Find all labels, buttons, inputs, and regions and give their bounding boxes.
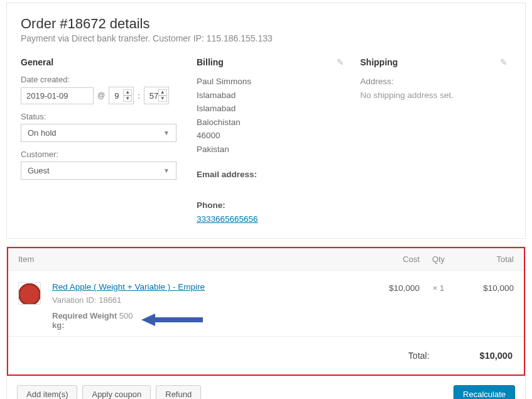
items-panel: Item Cost Qty Total Red Apple ( Weight +… (6, 246, 526, 399)
hour-input[interactable]: 9 ▲▼ (109, 87, 134, 104)
billing-city1: Islamabad (197, 89, 348, 102)
col-cost: Cost (363, 254, 420, 264)
shipping-address-empty: No shipping address set. (361, 89, 512, 102)
edit-shipping-icon[interactable]: ✎ (500, 57, 508, 67)
at-symbol: @ (97, 91, 105, 100)
billing-state: Balochistan (197, 116, 348, 129)
order-title: Order #18672 details (21, 16, 511, 32)
spinner-up-icon[interactable]: ▲ (123, 89, 132, 96)
customer-value: Guest (28, 166, 50, 175)
variation-id: Variation ID: 18661 (52, 295, 363, 305)
annotation-arrow-icon (141, 312, 204, 330)
general-heading: General (21, 57, 184, 67)
spinner-down-icon[interactable]: ▼ (158, 96, 167, 102)
billing-column: ✎ Billing Paul Simmons Islamabad Islamab… (197, 57, 348, 226)
shipping-heading: Shipping (361, 57, 512, 67)
status-select[interactable]: On hold ▼ (21, 124, 176, 142)
spinner-down-icon[interactable]: ▼ (123, 96, 132, 102)
product-link[interactable]: Red Apple ( Weight + Variable ) - Empire (52, 282, 205, 292)
chevron-down-icon: ▼ (163, 129, 170, 136)
minute-input[interactable]: 57 ▲▼ (144, 87, 169, 104)
recalculate-button[interactable]: Recalculate (453, 385, 515, 399)
item-total: $10,000 (457, 282, 514, 293)
order-details-panel: Order #18672 details Payment via Direct … (6, 3, 526, 239)
required-weight-value: 500 (119, 311, 133, 320)
product-thumbnail (18, 282, 41, 305)
required-weight-label: Required Weight (52, 311, 117, 320)
billing-city2: Islamabad (197, 102, 348, 116)
billing-name: Paul Simmons (197, 75, 348, 89)
svg-marker-1 (141, 314, 155, 326)
add-items-button[interactable]: Add item(s) (17, 385, 77, 399)
highlight-box: Item Cost Qty Total Red Apple ( Weight +… (7, 247, 525, 376)
phone-link[interactable]: 3333665665656 (197, 214, 258, 224)
order-total-row: Total: $10,000 (8, 336, 524, 374)
billing-postcode: 46000 (197, 129, 348, 143)
edit-billing-icon[interactable]: ✎ (337, 57, 344, 67)
spinner-up-icon[interactable]: ▲ (158, 89, 167, 96)
order-subtitle: Payment via Direct bank transfer. Custom… (21, 33, 511, 43)
apply-coupon-button[interactable]: Apply coupon (82, 385, 151, 399)
items-table-head: Item Cost Qty Total (8, 248, 524, 270)
items-footer: Add item(s) Apply coupon Refund Recalcul… (7, 376, 525, 399)
time-colon: : (138, 91, 140, 101)
required-weight-unit: kg: (52, 320, 133, 330)
chevron-down-icon: ▼ (163, 167, 170, 174)
shipping-column: ✎ Shipping Address: No shipping address … (361, 57, 512, 226)
col-qty: Qty (420, 254, 457, 264)
date-created-label: Date created: (21, 75, 184, 84)
item-qty: × 1 (420, 282, 457, 293)
total-label: Total: (408, 351, 429, 361)
status-label: Status: (21, 112, 184, 121)
general-column: General Date created: @ 9 ▲▼ : 57 ▲▼ Sta… (21, 57, 184, 226)
refund-button[interactable]: Refund (156, 385, 201, 399)
col-item: Item (18, 254, 363, 264)
total-value: $10,000 (480, 351, 513, 361)
status-value: On hold (28, 128, 57, 138)
col-total: Total (457, 254, 514, 264)
billing-heading: Billing (197, 57, 348, 67)
email-label: Email address: (197, 168, 348, 182)
hour-value: 9 (112, 91, 119, 101)
billing-country: Pakistan (197, 143, 348, 156)
customer-select[interactable]: Guest ▼ (21, 161, 176, 180)
customer-label: Customer: (21, 150, 184, 159)
phone-label: Phone: (197, 199, 348, 212)
item-cost: $10,000 (363, 282, 420, 293)
date-created-input[interactable] (21, 87, 94, 104)
shipping-address-label: Address: (361, 75, 512, 89)
minute-value: 57 (147, 91, 158, 101)
table-row: Red Apple ( Weight + Variable ) - Empire… (8, 270, 524, 336)
